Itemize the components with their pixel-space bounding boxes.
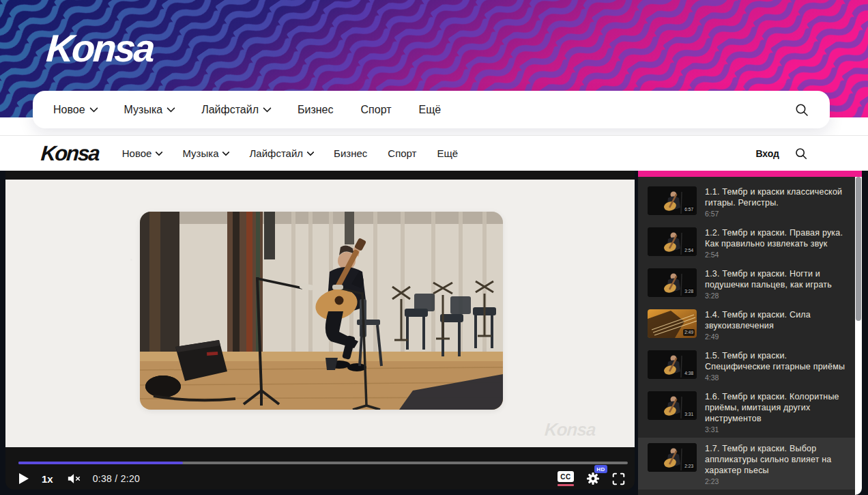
playlist-item-title: 1.2. Тембр и краски. Правая рука. Как пр… [705, 227, 850, 249]
video-watermark: Konsa [543, 419, 596, 440]
search-button[interactable] [794, 147, 808, 160]
nav-item-business[interactable]: Бизнес [334, 147, 367, 159]
fullscreen-button[interactable] [612, 472, 625, 485]
nav-item-label: Ещё [437, 147, 459, 159]
playlist-items: 6:57 1.1. Тембр и краски классической ги… [638, 177, 855, 495]
hero-logo[interactable]: Konsa [45, 26, 155, 70]
chevron-down-icon [263, 104, 272, 113]
playlist-item-6[interactable]: 3:31 1.6. Тембр и краски. Колоритные при… [638, 386, 855, 438]
thumb-duration-badge: 4:38 [683, 370, 695, 377]
playlist-item-2[interactable]: 2:54 1.2. Тембр и краски. Правая рука. К… [638, 222, 855, 263]
playlist-item-7[interactable]: 2:23 1.7. Тембр и краски. Выбор аппликат… [638, 438, 855, 490]
playlist-item-duration: 4:38 [705, 373, 850, 382]
fullscreen-icon [612, 472, 625, 485]
nav-item-label: Спорт [361, 104, 392, 116]
chevron-down-icon [89, 104, 98, 113]
sticky-menu: Новое Музыка Лайфстайл Бизнес Спорт Ещё [122, 147, 458, 159]
playlist-item-duration: 6:57 [705, 210, 850, 218]
nav-item-label: Музыка [182, 147, 218, 159]
search-button[interactable] [794, 102, 809, 117]
chevron-down-icon [306, 148, 314, 156]
scrollbar-thumb[interactable] [856, 177, 861, 321]
primary-navbar: Новое Музыка Лайфстайл Бизнес Спорт Ещё [33, 91, 830, 128]
nav-item-label: Бизнес [334, 147, 367, 159]
nav-item-business[interactable]: Бизнес [298, 104, 334, 116]
nav-item-label: Новое [53, 104, 85, 116]
settings-button[interactable]: HD [585, 471, 601, 486]
stage-photo-illustration [140, 212, 503, 410]
playlist-item-8[interactable]: 1.8. Тембр и краски [638, 490, 855, 495]
video-thumbnail: 3:31 [648, 391, 697, 420]
search-icon [794, 102, 809, 117]
playback-speed-button[interactable]: 1x [42, 473, 53, 485]
captions-button[interactable]: CC [558, 471, 574, 486]
chevron-down-icon [167, 104, 175, 113]
playlist-item-5[interactable]: 4:38 1.5. Тембр и краски. Специфические … [638, 345, 855, 386]
nav-item-new[interactable]: Новое [53, 104, 97, 116]
page-content: Konsa 1x [0, 171, 868, 495]
video-scene-stage [140, 212, 503, 410]
video-thumbnail: 2:54 [648, 227, 697, 256]
video-frame: Konsa [5, 180, 635, 447]
nav-item-sport[interactable]: Спорт [361, 104, 392, 116]
video-thumbnail: 3:28 [648, 268, 697, 297]
search-icon [794, 147, 808, 160]
playlist-item-duration: 3:31 [705, 425, 850, 434]
thumb-duration-badge: 2:23 [683, 463, 695, 470]
nav-item-music[interactable]: Музыка [124, 104, 175, 116]
nav-item-label: Спорт [388, 147, 416, 159]
seek-bar-fill [18, 462, 183, 464]
gear-icon [585, 471, 601, 486]
playlist-item-duration: 2:23 [705, 477, 850, 485]
playlist-item-title: 1.4. Тембр и краски. Сила звукоизвлечени… [705, 309, 850, 331]
nav-item-music[interactable]: Музыка [182, 147, 229, 159]
chevron-down-icon [222, 148, 230, 156]
playlist-item-title: 1.3. Тембр и краски. Ногти и подушечки п… [705, 268, 850, 290]
play-button[interactable] [18, 472, 29, 485]
video-thumbnail: 2:49 [648, 309, 697, 338]
video-player[interactable]: Konsa 1x [5, 171, 635, 490]
playlist-item-1[interactable]: 6:57 1.1. Тембр и краски классической ги… [638, 181, 855, 222]
playlist-item-duration: 2:54 [705, 251, 850, 259]
nav-item-label: Лайфстайл [249, 147, 303, 159]
playlist-item-duration: 3:28 [705, 292, 850, 300]
play-icon [18, 472, 29, 485]
nav-item-sport[interactable]: Спорт [388, 147, 416, 159]
nav-item-label: Бизнес [298, 104, 334, 116]
playlist-item-title: 1.6. Тембр и краски. Колоритные приёмы, … [705, 391, 850, 424]
nav-item-lifestyle[interactable]: Лайфстайл [201, 104, 270, 116]
cc-active-underline [558, 484, 574, 486]
nav-item-label: Лайфстайл [201, 104, 259, 116]
chevron-down-icon [156, 148, 163, 156]
thumb-duration-badge: 3:28 [683, 288, 695, 295]
nav-item-more[interactable]: Ещё [437, 147, 459, 159]
mute-button[interactable] [67, 472, 82, 485]
thumb-duration-badge: 2:49 [683, 329, 695, 336]
primary-menu: Новое Музыка Лайфстайл Бизнес Спорт Ещё [53, 104, 441, 116]
nav-item-label: Ещё [419, 104, 442, 116]
playlist-item-4[interactable]: 2:49 1.4. Тембр и краски. Сила звукоизвл… [638, 304, 855, 345]
playlist-accent-bar [638, 171, 862, 177]
playlist-item-title: 1.1. Тембр и краски классической гитары.… [705, 186, 850, 208]
hd-badge: HD [594, 465, 607, 473]
nav-item-lifestyle[interactable]: Лайфстайл [249, 147, 313, 159]
player-controls: 1x 0:38 / 2:20 CC [5, 447, 635, 490]
navbar-logo[interactable]: Konsa [40, 141, 100, 166]
nav-item-label: Музыка [124, 104, 163, 116]
playlist-scrollbar[interactable] [855, 177, 862, 495]
playlist-item-3[interactable]: 3:28 1.3. Тембр и краски. Ногти и подуше… [638, 263, 855, 304]
thumb-duration-badge: 2:54 [683, 247, 695, 254]
login-link[interactable]: Вход [755, 148, 779, 159]
muted-speaker-icon [67, 472, 82, 485]
sticky-navbar: Konsa Новое Музыка Лайфстайл Бизнес Спор… [0, 135, 868, 171]
video-thumbnail: 6:57 [648, 186, 697, 215]
playlist-panel: 6:57 1.1. Тембр и краски классической ги… [638, 171, 862, 495]
seek-bar[interactable] [18, 462, 628, 464]
video-thumbnail: 2:23 [648, 443, 697, 472]
nav-item-more[interactable]: Ещё [419, 104, 442, 116]
time-display: 0:38 / 2:20 [93, 473, 140, 484]
nav-item-new[interactable]: Новое [122, 147, 162, 159]
nav-item-label: Новое [122, 147, 152, 159]
playlist-item-title: 1.7. Тембр и краски. Выбор аппликатуры с… [705, 443, 850, 476]
thumb-duration-badge: 3:31 [683, 411, 695, 418]
